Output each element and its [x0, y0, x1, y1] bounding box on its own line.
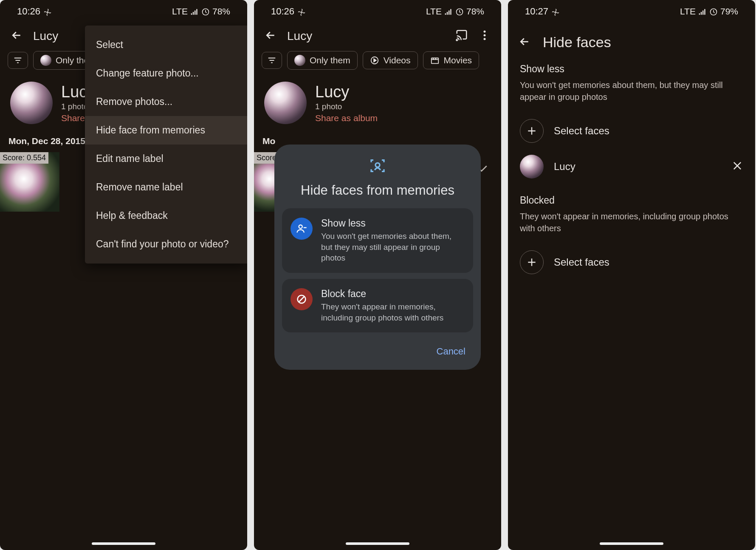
svg-point-21	[555, 12, 556, 13]
svg-point-19	[299, 225, 302, 228]
option-description: You won't get memories about them, but t…	[321, 231, 465, 264]
show-less-section: Show less You won't get memories about t…	[508, 58, 755, 190]
plus-icon	[520, 119, 544, 143]
option-block-face[interactable]: Block face They won't appear in memories…	[282, 279, 473, 332]
face-row-lucy[interactable]: Lucy	[520, 149, 743, 184]
signal-icon	[698, 6, 707, 17]
status-bar: 10:27 LTE 79%	[508, 0, 755, 23]
person-remove-icon	[291, 218, 313, 240]
svg-point-18	[375, 163, 380, 167]
menu-remove-name-label[interactable]: Remove name label	[85, 173, 247, 201]
option-title: Show less	[321, 218, 465, 229]
photo-thumbnail[interactable]: Score: 0.554	[0, 152, 59, 212]
svg-rect-23	[701, 12, 702, 15]
nav-handle[interactable]	[600, 542, 663, 545]
svg-rect-24	[702, 11, 704, 15]
back-icon[interactable]	[10, 29, 23, 43]
fan-icon	[552, 8, 559, 15]
select-faces-row[interactable]: Select faces	[520, 113, 743, 149]
battery-percent: 78%	[212, 6, 230, 17]
blocked-section: Blocked They won't appear in memories, i…	[508, 190, 755, 285]
block-icon	[291, 288, 313, 310]
overflow-menu: Select Change feature photo... Remove ph…	[85, 26, 247, 264]
row-label: Select faces	[554, 256, 609, 268]
plus-icon	[520, 250, 544, 274]
section-description: They won't appear in memories, including…	[520, 210, 743, 234]
svg-rect-4	[196, 9, 197, 15]
phone-screen-3: 10:27 LTE 79% Hide faces Show less You w…	[508, 0, 755, 550]
score-badge: Score: 0.554	[0, 152, 48, 164]
section-heading: Blocked	[520, 195, 743, 206]
row-label: Select faces	[554, 125, 609, 137]
menu-edit-name-label[interactable]: Edit name label	[85, 145, 247, 173]
cancel-button[interactable]: Cancel	[437, 346, 465, 357]
remove-face-button[interactable]	[731, 160, 743, 173]
option-description: They won't appear in memories, including…	[321, 301, 465, 323]
section-description: You won't get memories about them, but t…	[520, 79, 743, 103]
option-show-less[interactable]: Show less You won't get memories about t…	[282, 208, 473, 273]
network-label: LTE	[680, 6, 696, 17]
face-name: Lucy	[554, 161, 575, 173]
avatar-icon	[40, 55, 51, 66]
menu-remove-photos[interactable]: Remove photos...	[85, 88, 247, 116]
network-label: LTE	[172, 6, 188, 17]
battery-percent: 79%	[720, 6, 738, 17]
chip-label: Only the	[56, 55, 89, 65]
svg-rect-2	[193, 12, 194, 15]
option-title: Block face	[321, 288, 465, 300]
battery-saver-icon	[709, 6, 718, 17]
profile-avatar[interactable]	[10, 82, 53, 124]
svg-rect-25	[704, 9, 705, 15]
page-title: Lucy	[33, 29, 58, 43]
svg-rect-3	[195, 11, 196, 15]
menu-change-feature-photo[interactable]: Change feature photo...	[85, 59, 247, 88]
menu-cant-find[interactable]: Can't find your photo or video?	[85, 230, 247, 258]
page-title: Hide faces	[543, 34, 611, 51]
nav-handle[interactable]	[92, 542, 155, 545]
face-avatar	[520, 155, 544, 179]
status-time: 10:26	[17, 6, 40, 17]
hide-faces-dialog: Hide faces from memories Show less You w…	[274, 145, 481, 370]
dialog-title: Hide faces from memories	[282, 183, 473, 198]
menu-help-feedback[interactable]: Help & feedback	[85, 201, 247, 230]
section-heading: Show less	[520, 63, 743, 75]
phone-screen-1: 10:26 LTE 78% Lucy Only the Lucy 1 photo	[0, 0, 247, 550]
app-bar: Hide faces	[508, 23, 755, 58]
dialog-scrim[interactable]: Hide faces from memories Show less You w…	[254, 0, 501, 550]
svg-rect-1	[191, 14, 192, 15]
menu-hide-face[interactable]: Hide face from memories	[85, 116, 247, 145]
signal-icon	[190, 6, 199, 17]
nav-handle[interactable]	[346, 542, 409, 545]
fan-icon	[44, 8, 51, 15]
filter-button[interactable]	[8, 52, 28, 69]
menu-select[interactable]: Select	[85, 31, 247, 59]
battery-saver-icon	[201, 6, 210, 17]
back-icon[interactable]	[518, 35, 531, 50]
face-scan-icon	[282, 157, 473, 176]
status-time: 10:27	[525, 6, 548, 17]
phone-screen-2: 10:26 LTE 78% Lucy Only them Vi	[254, 0, 501, 550]
svg-point-0	[47, 12, 48, 13]
svg-rect-22	[699, 14, 700, 15]
select-faces-row[interactable]: Select faces	[520, 244, 743, 280]
status-bar: 10:26 LTE 78%	[0, 0, 247, 23]
